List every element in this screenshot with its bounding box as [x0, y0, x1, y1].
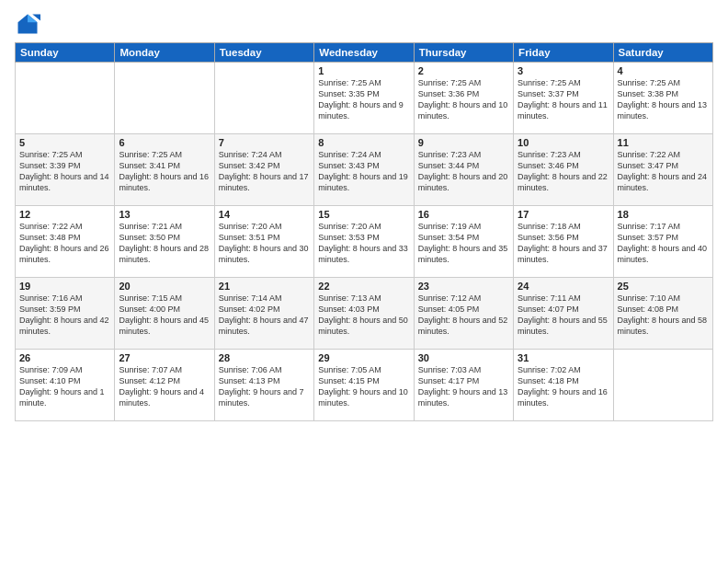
day-number: 23	[418, 281, 509, 292]
day-number: 10	[518, 137, 609, 148]
col-header-monday: Monday	[115, 43, 214, 63]
day-cell: 15Sunrise: 7:20 AM Sunset: 3:53 PM Dayli…	[314, 206, 414, 278]
day-info: Sunrise: 7:16 AM Sunset: 3:59 PM Dayligh…	[19, 293, 110, 338]
day-cell: 10Sunrise: 7:23 AM Sunset: 3:46 PM Dayli…	[514, 134, 613, 206]
calendar-header-row: SundayMondayTuesdayWednesdayThursdayFrid…	[16, 43, 713, 63]
day-number: 28	[219, 352, 310, 363]
day-number: 31	[518, 352, 609, 363]
day-number: 12	[19, 209, 110, 220]
day-info: Sunrise: 7:25 AM Sunset: 3:36 PM Dayligh…	[418, 77, 509, 122]
day-info: Sunrise: 7:25 AM Sunset: 3:37 PM Dayligh…	[518, 77, 609, 122]
day-info: Sunrise: 7:11 AM Sunset: 4:07 PM Dayligh…	[518, 293, 609, 338]
day-cell: 28Sunrise: 7:06 AM Sunset: 4:13 PM Dayli…	[214, 350, 313, 421]
day-cell: 7Sunrise: 7:24 AM Sunset: 3:42 PM Daylig…	[214, 134, 313, 206]
day-cell: 17Sunrise: 7:18 AM Sunset: 3:56 PM Dayli…	[514, 206, 613, 278]
day-number: 17	[518, 209, 609, 220]
day-number: 9	[418, 137, 509, 148]
day-number: 21	[219, 281, 310, 292]
logo	[15, 11, 44, 37]
header	[15, 11, 713, 37]
logo-icon	[15, 11, 40, 37]
col-header-sunday: Sunday	[16, 43, 115, 63]
col-header-friday: Friday	[514, 43, 613, 63]
day-cell: 9Sunrise: 7:23 AM Sunset: 3:44 PM Daylig…	[414, 134, 513, 206]
day-cell: 23Sunrise: 7:12 AM Sunset: 4:05 PM Dayli…	[414, 278, 513, 350]
day-number: 15	[318, 209, 409, 220]
day-info: Sunrise: 7:13 AM Sunset: 4:03 PM Dayligh…	[318, 293, 409, 338]
day-info: Sunrise: 7:25 AM Sunset: 3:38 PM Dayligh…	[618, 77, 709, 122]
week-row-1: 1Sunrise: 7:25 AM Sunset: 3:35 PM Daylig…	[16, 63, 713, 134]
day-number: 4	[618, 65, 709, 76]
day-number: 1	[318, 65, 409, 76]
day-info: Sunrise: 7:24 AM Sunset: 3:42 PM Dayligh…	[219, 149, 310, 194]
day-number: 24	[518, 281, 609, 292]
day-cell: 16Sunrise: 7:19 AM Sunset: 3:54 PM Dayli…	[414, 206, 513, 278]
day-info: Sunrise: 7:10 AM Sunset: 4:08 PM Dayligh…	[618, 293, 709, 338]
day-info: Sunrise: 7:17 AM Sunset: 3:57 PM Dayligh…	[618, 221, 709, 266]
day-info: Sunrise: 7:12 AM Sunset: 4:05 PM Dayligh…	[418, 293, 509, 338]
day-cell: 26Sunrise: 7:09 AM Sunset: 4:10 PM Dayli…	[16, 350, 115, 421]
day-cell: 12Sunrise: 7:22 AM Sunset: 3:48 PM Dayli…	[16, 206, 115, 278]
day-cell: 21Sunrise: 7:14 AM Sunset: 4:02 PM Dayli…	[214, 278, 313, 350]
day-number: 16	[418, 209, 509, 220]
day-cell: 6Sunrise: 7:25 AM Sunset: 3:41 PM Daylig…	[115, 134, 214, 206]
day-cell	[16, 63, 115, 134]
day-cell: 29Sunrise: 7:05 AM Sunset: 4:15 PM Dayli…	[314, 350, 414, 421]
day-number: 19	[19, 281, 110, 292]
day-cell: 1Sunrise: 7:25 AM Sunset: 3:35 PM Daylig…	[314, 63, 414, 134]
day-info: Sunrise: 7:20 AM Sunset: 3:53 PM Dayligh…	[318, 221, 409, 266]
week-row-4: 19Sunrise: 7:16 AM Sunset: 3:59 PM Dayli…	[16, 278, 713, 350]
day-info: Sunrise: 7:19 AM Sunset: 3:54 PM Dayligh…	[418, 221, 509, 266]
week-row-2: 5Sunrise: 7:25 AM Sunset: 3:39 PM Daylig…	[16, 134, 713, 206]
calendar: SundayMondayTuesdayWednesdayThursdayFrid…	[15, 42, 713, 421]
day-cell: 31Sunrise: 7:02 AM Sunset: 4:18 PM Dayli…	[514, 350, 613, 421]
col-header-wednesday: Wednesday	[314, 43, 414, 63]
day-info: Sunrise: 7:25 AM Sunset: 3:41 PM Dayligh…	[119, 149, 210, 194]
day-info: Sunrise: 7:09 AM Sunset: 4:10 PM Dayligh…	[19, 364, 110, 409]
day-info: Sunrise: 7:25 AM Sunset: 3:39 PM Dayligh…	[19, 149, 110, 194]
day-number: 20	[119, 281, 210, 292]
col-header-thursday: Thursday	[414, 43, 513, 63]
day-cell: 25Sunrise: 7:10 AM Sunset: 4:08 PM Dayli…	[613, 278, 712, 350]
day-number: 2	[418, 65, 509, 76]
day-cell: 11Sunrise: 7:22 AM Sunset: 3:47 PM Dayli…	[613, 134, 712, 206]
day-number: 27	[119, 352, 210, 363]
day-number: 7	[219, 137, 310, 148]
day-cell: 2Sunrise: 7:25 AM Sunset: 3:36 PM Daylig…	[414, 63, 513, 134]
day-cell: 4Sunrise: 7:25 AM Sunset: 3:38 PM Daylig…	[613, 63, 712, 134]
day-info: Sunrise: 7:25 AM Sunset: 3:35 PM Dayligh…	[318, 77, 409, 122]
day-info: Sunrise: 7:05 AM Sunset: 4:15 PM Dayligh…	[318, 364, 409, 409]
day-cell: 30Sunrise: 7:03 AM Sunset: 4:17 PM Dayli…	[414, 350, 513, 421]
day-cell: 14Sunrise: 7:20 AM Sunset: 3:51 PM Dayli…	[214, 206, 313, 278]
day-number: 18	[618, 209, 709, 220]
day-info: Sunrise: 7:02 AM Sunset: 4:18 PM Dayligh…	[518, 364, 609, 409]
day-info: Sunrise: 7:23 AM Sunset: 3:46 PM Dayligh…	[518, 149, 609, 194]
day-number: 22	[318, 281, 409, 292]
day-info: Sunrise: 7:15 AM Sunset: 4:00 PM Dayligh…	[119, 293, 210, 338]
day-number: 13	[119, 209, 210, 220]
day-info: Sunrise: 7:23 AM Sunset: 3:44 PM Dayligh…	[418, 149, 509, 194]
page: SundayMondayTuesdayWednesdayThursdayFrid…	[0, 0, 728, 563]
day-number: 26	[19, 352, 110, 363]
day-number: 6	[119, 137, 210, 148]
day-cell: 19Sunrise: 7:16 AM Sunset: 3:59 PM Dayli…	[16, 278, 115, 350]
week-row-5: 26Sunrise: 7:09 AM Sunset: 4:10 PM Dayli…	[16, 350, 713, 421]
day-cell: 3Sunrise: 7:25 AM Sunset: 3:37 PM Daylig…	[514, 63, 613, 134]
col-header-saturday: Saturday	[613, 43, 712, 63]
day-number: 14	[219, 209, 310, 220]
day-cell: 20Sunrise: 7:15 AM Sunset: 4:00 PM Dayli…	[115, 278, 214, 350]
day-cell	[214, 63, 313, 134]
day-number: 25	[618, 281, 709, 292]
day-info: Sunrise: 7:07 AM Sunset: 4:12 PM Dayligh…	[119, 364, 210, 409]
day-number: 30	[418, 352, 509, 363]
day-info: Sunrise: 7:18 AM Sunset: 3:56 PM Dayligh…	[518, 221, 609, 266]
day-cell	[613, 350, 712, 421]
day-number: 29	[318, 352, 409, 363]
day-cell: 5Sunrise: 7:25 AM Sunset: 3:39 PM Daylig…	[16, 134, 115, 206]
day-cell: 22Sunrise: 7:13 AM Sunset: 4:03 PM Dayli…	[314, 278, 414, 350]
day-info: Sunrise: 7:14 AM Sunset: 4:02 PM Dayligh…	[219, 293, 310, 338]
col-header-tuesday: Tuesday	[214, 43, 313, 63]
day-info: Sunrise: 7:21 AM Sunset: 3:50 PM Dayligh…	[119, 221, 210, 266]
day-info: Sunrise: 7:06 AM Sunset: 4:13 PM Dayligh…	[219, 364, 310, 409]
day-info: Sunrise: 7:22 AM Sunset: 3:48 PM Dayligh…	[19, 221, 110, 266]
